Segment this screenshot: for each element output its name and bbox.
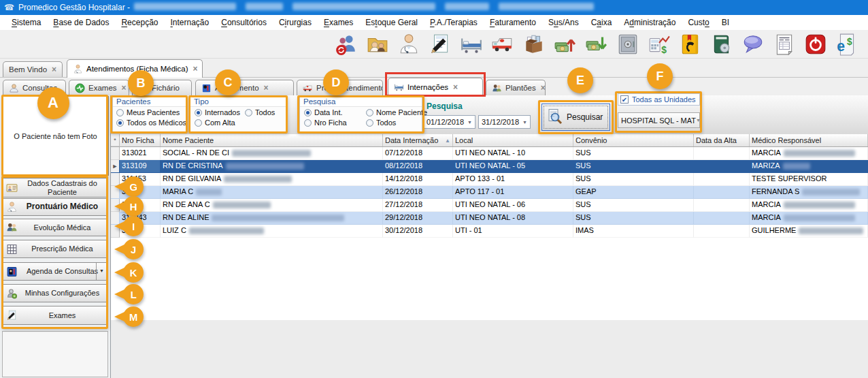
radio-todos[interactable]: Todos [366, 119, 396, 127]
menu-item-cirurgias[interactable]: Cirurgias [273, 16, 318, 29]
table-row[interactable]: 313021SOCIAL - RN DE CI07/12/2018UTI NEO… [111, 147, 868, 160]
manual-book-icon[interactable] [710, 33, 733, 56]
column-header-local[interactable]: Local [453, 134, 573, 146]
column-header-m-dico-respons-vel[interactable]: Médico Responsável [750, 134, 868, 146]
sidebar-button-exames[interactable]: Exames [2, 306, 107, 325]
chevron-down-icon[interactable]: ▼ [96, 263, 107, 280]
cell-local: UTI NEO NATAL - 06 [453, 199, 573, 212]
column-header-nome-paciente[interactable]: Nome Paciente [161, 134, 383, 146]
table-row[interactable]: 313MARIA C26/12/2018APTO 117 - 01GEAPFER… [111, 186, 868, 199]
patients-folder-icon[interactable] [366, 33, 389, 56]
radio-todos-os-m-dicos[interactable]: Todos os Médicos [116, 119, 186, 127]
close-tab-icon[interactable]: × [122, 83, 127, 93]
contract-icon[interactable] [429, 33, 452, 56]
menu-item-administra-o[interactable]: Administração [618, 16, 682, 29]
tab-interna-es[interactable]: Internações× [388, 78, 483, 95]
menu-item-caixa[interactable]: Caixa [585, 16, 618, 29]
table-row[interactable]: ►313109RN DE CRISTINA08/12/2018UTI NEO N… [111, 160, 868, 173]
radio-button-icon[interactable] [304, 109, 312, 116]
menu-item-sistema[interactable]: Sistema [5, 16, 47, 29]
chat-icon[interactable] [741, 33, 765, 56]
tab-atendimentos-ficha-m-dica-[interactable]: Atendimentos (Ficha Médica)× [67, 59, 203, 78]
column-header-data-interna-o[interactable]: Data Internação▲ [383, 134, 453, 146]
hospital-bed-icon[interactable] [460, 33, 483, 56]
column-header-label: Médico Responsável [752, 136, 821, 144]
close-tab-icon[interactable]: × [541, 83, 546, 93]
tab-exames[interactable]: Exames× [69, 80, 129, 95]
radio-button-icon[interactable] [116, 109, 124, 116]
column-header-conv-nio[interactable]: Convênio [573, 134, 694, 146]
menu-item-bi[interactable]: BI [716, 16, 735, 29]
all-units-checkbox-row[interactable]: ✔ Todas as Unidades [618, 93, 700, 106]
menu-item-base-de-dados[interactable]: Base de Dados [47, 16, 115, 29]
radio-button-icon[interactable] [304, 119, 312, 127]
tab-plant-es[interactable]: Plantões× [486, 80, 546, 95]
dropdown-arrow-icon[interactable]: ▼ [467, 120, 472, 125]
sidebar-button-prescri-o-m-dica[interactable]: Prescrição Médica [2, 240, 107, 258]
table-row[interactable]: 311453RN DE GILVANIA14/12/2018APTO 133 -… [111, 173, 868, 186]
menu-item-interna-o[interactable]: Internação [164, 16, 215, 29]
tab-fich-rio[interactable]: Fichário [132, 80, 192, 95]
radio-data-int-[interactable]: Data Int. [304, 108, 343, 116]
money-down-icon[interactable] [585, 33, 608, 56]
table-row[interactable]: 317043RN DE ALINE29/12/2018UTI NEO NATAL… [111, 212, 868, 225]
sync-users-icon[interactable] [335, 33, 358, 56]
close-tab-icon[interactable]: × [264, 83, 269, 93]
date-from-combo[interactable]: 01/12/2018 ▼ [423, 115, 475, 129]
radio-com-alta[interactable]: Com Alta [195, 119, 235, 127]
menu-item-estoque-geral[interactable]: Estoque Geral [359, 16, 424, 29]
doctor-icon[interactable] [397, 33, 420, 56]
menu-item-custo[interactable]: Custo [682, 16, 715, 29]
table-row[interactable]: 3136RN DE ANA C27/12/2018UTI NEO NATAL -… [111, 199, 868, 212]
menu-item-faturamento[interactable]: Faturamento [484, 16, 542, 29]
column-header-nro-ficha[interactable]: Nro Ficha [120, 134, 161, 146]
date-to-combo[interactable]: 31/12/2018 ▼ [478, 115, 531, 129]
radio-todos[interactable]: Todos [245, 108, 275, 116]
safe-icon[interactable] [616, 33, 639, 56]
dropdown-arrow-icon[interactable]: ▼ [522, 120, 527, 125]
radio-button-icon[interactable] [195, 119, 202, 127]
close-tab-icon[interactable]: × [52, 65, 56, 74]
tab-atendimento[interactable]: Atendimento× [195, 80, 294, 95]
radio-meus-pacientes[interactable]: Meus Pacientes [116, 108, 180, 116]
cell-data-internacao: 14/12/2018 [383, 173, 453, 186]
radio-button-icon[interactable] [116, 119, 124, 127]
unit-select[interactable]: HOSPITAL SQL - MAT ▼ [618, 112, 700, 128]
radio-button-icon[interactable] [195, 109, 202, 116]
dropdown-arrow-icon[interactable]: ▼ [696, 118, 701, 123]
supplies-icon[interactable] [522, 33, 546, 56]
invoice-icon[interactable] [773, 33, 796, 56]
menu-item-exames[interactable]: Exames [318, 16, 359, 29]
phone-book-icon[interactable] [679, 33, 702, 56]
radio-internados[interactable]: Internados [195, 108, 240, 116]
radio-button-icon[interactable] [366, 119, 373, 127]
column-header-data-da-alta[interactable]: Data da Alta [694, 134, 750, 146]
search-button[interactable]: Pesquisar [541, 104, 610, 131]
groupbox-pesquisa: PesquisaData Int.Nome PacienteNro FichaT… [299, 96, 422, 133]
menu-item-recep-o[interactable]: Recepção [115, 16, 164, 29]
finance-chart-icon[interactable]: $ [648, 33, 671, 56]
sidebar-button-minhas-configura-es[interactable]: Minhas Configurações [2, 284, 107, 302]
radio-button-icon[interactable] [245, 109, 252, 116]
checkbox-checked-icon[interactable]: ✔ [620, 95, 629, 104]
tab-consultas[interactable]: Consultas [3, 80, 66, 95]
menu-item-p-a-terapias[interactable]: P.A./Terapias [424, 16, 484, 29]
close-tab-icon[interactable]: × [193, 64, 198, 74]
radio-nome-paciente[interactable]: Nome Paciente [366, 108, 427, 116]
sidebar-button-dados-cadastrais-do-paciente[interactable]: Dados Cadastrais do Paciente [2, 178, 107, 198]
menu-item-sus-ans[interactable]: Sus/Ans [542, 16, 585, 29]
sidebar-button-prontu-rio-m-dico[interactable]: Prontuário Médico [2, 198, 107, 216]
sidebar-button-agenda-de-consultas[interactable]: Agenda de Consultas▼ [2, 262, 107, 281]
radio-nro-ficha[interactable]: Nro Ficha [304, 119, 347, 127]
power-icon[interactable] [804, 33, 827, 56]
e-billing-icon[interactable]: e$ [835, 33, 858, 56]
menu-item-consult-rios[interactable]: Consultórios [215, 16, 273, 29]
table-row[interactable]: 313LUIZ C30/12/2018UTI - 01IMASGUILHERME [111, 225, 868, 238]
tab-bem-vindo[interactable]: Bem Vindo× [3, 61, 63, 77]
ambulance-icon[interactable] [491, 33, 514, 56]
sidebar-button-evolu-o-m-dica[interactable]: Evolução Médica [2, 219, 107, 236]
tab-pronto-atendimento[interactable]: Pronto Atendimento× [297, 80, 383, 95]
radio-button-icon[interactable] [366, 109, 373, 116]
money-up-icon[interactable] [554, 33, 577, 56]
close-tab-icon[interactable]: × [453, 82, 458, 92]
